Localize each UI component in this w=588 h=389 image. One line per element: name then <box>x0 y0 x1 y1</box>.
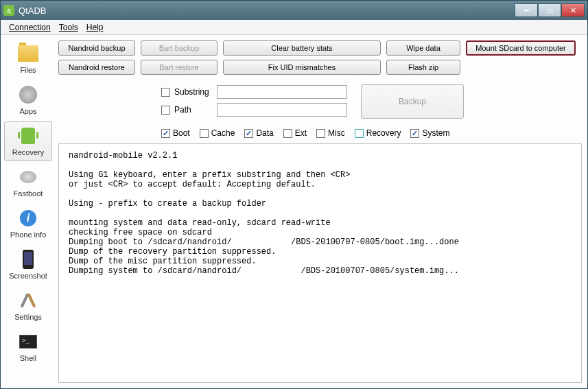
system-checkbox[interactable] <box>410 129 419 138</box>
bart-restore-button: Bart restore <box>141 60 217 75</box>
sidebar-item-screenshot[interactable]: Screenshot <box>4 245 52 285</box>
nandroid-restore-button[interactable]: Nandroid restore <box>58 60 135 75</box>
sidebar-item-fastboot[interactable]: Fastboot <box>4 163 52 202</box>
android-icon <box>17 125 39 147</box>
sidebar-item-label: Recovery <box>12 148 44 156</box>
wipe-data-button[interactable]: Wipe data <box>386 40 460 56</box>
menubar: Connection Tools Help <box>1 20 587 35</box>
data-checkbox[interactable] <box>244 129 253 138</box>
minimize-button[interactable]: ━ <box>515 3 538 17</box>
fastboot-icon <box>17 166 39 188</box>
backup-button: Backup <box>361 84 464 119</box>
sidebar-item-label: Shell <box>20 354 36 362</box>
sidebar-item-label: Apps <box>19 107 36 115</box>
main-panel: Nandroid backup Bart backup Clear batter… <box>56 35 587 388</box>
gear-icon <box>17 84 39 106</box>
maximize-button[interactable]: ▭ <box>538 3 561 17</box>
ext-label: Ext <box>295 128 307 138</box>
menu-help[interactable]: Help <box>84 21 106 34</box>
info-icon: i <box>17 207 39 229</box>
checkbox-line: Boot Cache Data Ext Misc Recovery System <box>161 128 582 138</box>
window-buttons: ━ ▭ ✕ <box>515 3 585 17</box>
misc-checkbox[interactable] <box>316 129 325 138</box>
app-icon: a <box>3 5 14 16</box>
sidebar-item-label: Files <box>20 66 36 74</box>
bart-backup-button: Bart backup <box>141 40 217 56</box>
sidebar-item-shell[interactable]: Shell <box>4 327 52 367</box>
sidebar-item-label: Screenshot <box>9 272 47 280</box>
data-label: Data <box>256 128 273 138</box>
path-input[interactable] <box>217 103 347 117</box>
path-checkbox[interactable] <box>161 106 170 115</box>
close-button[interactable]: ✕ <box>561 3 585 17</box>
misc-label: Misc <box>328 128 345 138</box>
sidebar-item-recovery[interactable]: Recovery <box>4 121 52 161</box>
recovery-checkbox[interactable] <box>355 129 364 138</box>
nandroid-backup-button[interactable]: Nandroid backup <box>58 40 135 56</box>
substring-input[interactable] <box>217 85 347 99</box>
menu-tools[interactable]: Tools <box>56 21 81 34</box>
folder-icon <box>17 43 39 64</box>
menu-connection[interactable]: Connection <box>6 21 54 34</box>
options-area: Substring Path Backup <box>161 84 582 119</box>
substring-label: Substring <box>174 87 213 97</box>
console-output[interactable]: nandroid-mobile v2.2.1 Using G1 keyboard… <box>58 143 582 383</box>
flash-zip-button[interactable]: Flash zip <box>386 60 460 75</box>
cache-label: Cache <box>211 128 235 138</box>
tools-icon <box>17 290 39 311</box>
system-label: System <box>422 128 449 138</box>
cache-checkbox[interactable] <box>200 129 209 138</box>
options-left: Substring Path <box>161 84 347 117</box>
phone-icon <box>17 248 39 270</box>
sidebar-item-label: Fastboot <box>14 189 43 198</box>
recovery-label: Recovery <box>366 128 401 138</box>
boot-label: Boot <box>173 128 190 138</box>
sidebar-item-phoneinfo[interactable]: i Phone info <box>4 204 52 244</box>
mount-sdcard-button[interactable]: Mount SDcard to computer <box>466 40 576 56</box>
fix-uid-button[interactable]: Fix UID mismatches <box>223 60 381 75</box>
window-title: QtADB <box>19 5 515 16</box>
substring-checkbox[interactable] <box>161 88 170 97</box>
sidebar-item-label: Phone info <box>10 231 47 239</box>
content-area: Files Apps Recovery Fastboot i Phone inf… <box>1 35 587 388</box>
boot-checkbox[interactable] <box>161 129 170 138</box>
ext-checkbox[interactable] <box>283 129 292 138</box>
button-row-1: Nandroid backup Bart backup Clear batter… <box>58 40 582 56</box>
clear-battery-button[interactable]: Clear battery stats <box>223 40 381 56</box>
button-row-2: Nandroid restore Bart restore Fix UID mi… <box>58 60 582 75</box>
sidebar-item-settings[interactable]: Settings <box>4 286 52 326</box>
titlebar[interactable]: a QtADB ━ ▭ ✕ <box>1 1 587 20</box>
app-window: a QtADB ━ ▭ ✕ Connection Tools Help File… <box>0 0 588 389</box>
sidebar-item-files[interactable]: Files <box>4 39 52 79</box>
sidebar: Files Apps Recovery Fastboot i Phone inf… <box>1 35 56 388</box>
sidebar-item-apps[interactable]: Apps <box>4 80 52 120</box>
terminal-icon <box>17 331 39 353</box>
sidebar-item-label: Settings <box>14 313 42 321</box>
path-label: Path <box>174 105 213 115</box>
